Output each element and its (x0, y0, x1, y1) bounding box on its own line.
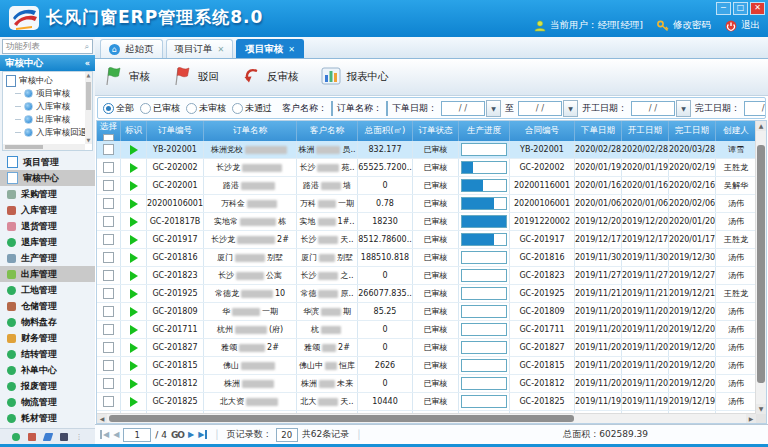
column-header-1[interactable]: 标识 (121, 121, 147, 141)
table-row[interactable]: GC-201827雅颂2#雅颂2#0已审核GC-2018272019/11/20… (97, 339, 756, 357)
table-row[interactable]: GC-201817B实地常栋实地1#..18230已审核201912200022… (97, 213, 756, 231)
radio-icon[interactable] (103, 103, 114, 114)
row-checkbox[interactable] (103, 378, 114, 389)
radio-icon[interactable] (232, 103, 243, 114)
scroll-right-icon[interactable]: ▶ (746, 414, 756, 423)
column-header-0[interactable]: 选择 (97, 121, 121, 141)
scroll-down-icon[interactable]: ▼ (756, 404, 766, 414)
logout-button[interactable]: 退出 (725, 19, 760, 32)
sidebar-item-7[interactable]: 生产管理 (0, 250, 95, 266)
sidebar-item-6[interactable]: 退库管理 (0, 234, 95, 250)
table-row[interactable]: GC-201917长沙龙2#长沙天..8512.78600..已审核GC-201… (97, 231, 756, 249)
table-row[interactable]: GC-201925常德龙10常德原..266077.835..已审核GC-201… (97, 285, 756, 303)
column-header-3[interactable]: 订单名称 (204, 121, 297, 141)
column-header-9[interactable]: 下单日期 (575, 121, 622, 141)
sidebar-item-16[interactable]: 物流管理 (0, 394, 95, 410)
sidebar-item-8[interactable]: 出库管理 (0, 266, 95, 282)
row-checkbox[interactable] (103, 252, 114, 263)
row-checkbox[interactable] (103, 144, 114, 155)
minimize-button[interactable]: ─ (716, 2, 731, 15)
tree-item[interactable]: 项目审核 (6, 87, 92, 100)
column-header-2[interactable]: 订单编号 (147, 121, 204, 141)
radio-option-未通过[interactable]: 未通过 (232, 102, 272, 115)
row-checkbox[interactable] (103, 162, 114, 173)
sidebar-item-3[interactable]: 采购管理 (0, 186, 95, 202)
column-header-7[interactable]: 生产进度 (459, 121, 510, 141)
more-icon[interactable]: ⋮ (76, 433, 84, 441)
tree-item[interactable]: 入库审核 (6, 100, 92, 113)
horizontal-scrollbar[interactable]: ◀ ▶ (97, 413, 756, 423)
close-button[interactable]: ✕ (750, 2, 765, 15)
column-header-12[interactable]: 创建人 (716, 121, 757, 141)
tree-vertical-scrollbar[interactable]: ▲ ▼ (85, 72, 92, 144)
prev-page-icon[interactable]: ◀ (113, 430, 119, 439)
go-button[interactable]: GO (171, 430, 184, 440)
row-checkbox[interactable] (103, 324, 114, 335)
next-page-icon[interactable]: ▶ (188, 430, 194, 439)
column-header-6[interactable]: 订单状态 (413, 121, 459, 141)
table-row[interactable]: GC-201823长沙公寓长沙之..0已审核GC-2018232019/11/2… (97, 267, 756, 285)
start-date-input[interactable]: / / (631, 101, 675, 116)
close-tab-icon[interactable]: ✕ (218, 45, 225, 54)
row-checkbox[interactable] (103, 288, 114, 299)
column-header-5[interactable]: 总面积(㎡) (358, 121, 413, 141)
column-header-8[interactable]: 合同编号 (510, 121, 575, 141)
row-checkbox[interactable] (103, 234, 114, 245)
column-header-4[interactable]: 客户名称 (297, 121, 358, 141)
table-row[interactable]: GC-201815佛山佛山中恒库2626已审核GC-2018152019/11/… (97, 357, 756, 375)
scroll-down-icon[interactable]: ▼ (85, 137, 92, 144)
book-icon[interactable] (60, 433, 68, 441)
row-checkbox[interactable] (103, 216, 114, 227)
sidebar-item-14[interactable]: 补单中心 (0, 362, 95, 378)
vertical-scrollbar[interactable]: ▲ ▼ (755, 121, 766, 414)
order-name-input[interactable] (386, 101, 388, 116)
sidebar-item-1[interactable]: 项目管理 (0, 154, 95, 170)
order-date-end-input[interactable]: / / (518, 101, 562, 116)
row-checkbox[interactable] (103, 270, 114, 281)
column-header-10[interactable]: 开工日期 (622, 121, 669, 141)
last-page-icon[interactable]: ▶ (198, 430, 207, 439)
tree-horizontal-scrollbar[interactable] (3, 144, 85, 150)
sidebar-item-15[interactable]: 报废管理 (0, 378, 95, 394)
table-row[interactable]: 20200106001万科金万科一期0.78已审核202001060012020… (97, 195, 756, 213)
scroll-left-icon[interactable]: ◀ (97, 414, 107, 423)
tab-起始页[interactable]: ⌂起始页 (100, 39, 163, 58)
sidebar-item-2[interactable]: 审核中心 (0, 170, 95, 186)
sidebar-item-5[interactable]: 退货管理 (0, 218, 95, 234)
row-checkbox[interactable] (103, 342, 114, 353)
tab-项目审核[interactable]: 项目审核✕ (236, 39, 304, 58)
horizontal-scroll-thumb[interactable] (109, 415, 574, 422)
sidebar-item-17[interactable]: 耗材管理 (0, 410, 95, 426)
table-row[interactable]: GC-201809华一期华滨期85.25已审核GC-2018092019/11/… (97, 303, 756, 321)
scroll-up-icon[interactable]: ▲ (85, 72, 92, 79)
sidebar-item-12[interactable]: 财务管理 (0, 330, 95, 346)
table-row[interactable]: GC-201816厦门别墅厦门别墅188510.818已审核GC-2018162… (97, 249, 756, 267)
vertical-scroll-thumb[interactable] (757, 145, 765, 383)
reject-button[interactable]: 驳回 (172, 66, 219, 88)
sidebar-item-10[interactable]: 仓储管理 (0, 298, 95, 314)
table-row[interactable]: YB-202001株洲党校株洲员..832.177已审核YB-202001202… (97, 141, 756, 159)
radio-option-全部[interactable]: 全部 (103, 102, 134, 115)
table-row[interactable]: GC-201711杭州(府)杭0已审核GC-2017112019/11/2020… (97, 321, 756, 339)
radio-icon[interactable] (186, 103, 197, 114)
row-checkbox[interactable] (103, 198, 114, 209)
customer-name-input[interactable] (331, 101, 333, 116)
status-dot-icon[interactable] (12, 433, 20, 441)
calendar-dropdown-icon[interactable]: ▼ (676, 100, 691, 117)
report-center-button[interactable]: 报表中心 (321, 66, 389, 88)
finish-date-input[interactable]: / / (744, 101, 766, 116)
approve-button[interactable]: 审核 (103, 66, 150, 88)
unapprove-button[interactable]: 反审核 (241, 66, 299, 88)
row-checkbox[interactable] (103, 306, 114, 317)
page-number-input[interactable]: 1 (123, 428, 151, 442)
maximize-button[interactable]: □ (733, 2, 748, 15)
radio-icon[interactable] (140, 103, 151, 114)
sidebar-item-11[interactable]: 物料盘存 (0, 314, 95, 330)
function-search-input[interactable]: 功能列表 ⌕ (2, 39, 93, 54)
table-row[interactable]: GC-202001路港路港墙0已审核202001160012020/01/162… (97, 177, 756, 195)
calendar-dropdown-icon[interactable]: ▼ (486, 100, 501, 117)
sidebar-item-4[interactable]: 入库管理 (0, 202, 95, 218)
collapse-panel-icon[interactable]: « (85, 59, 90, 68)
sidebar-item-9[interactable]: 工地管理 (0, 282, 95, 298)
column-header-11[interactable]: 完工日期 (669, 121, 716, 141)
